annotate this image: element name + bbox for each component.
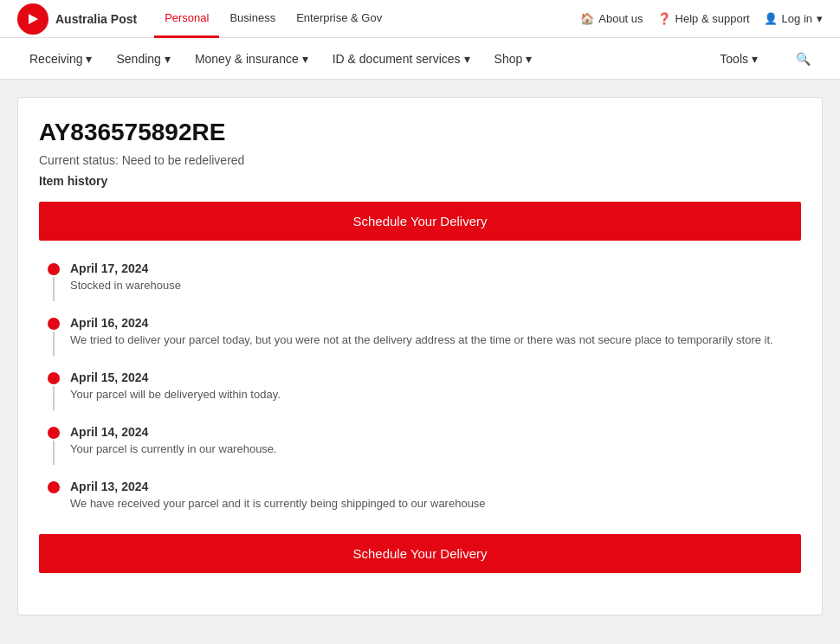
chevron-down-icon: ▾ bbox=[752, 52, 758, 66]
timeline: April 17, 2024 Stocked in warehouse Apri… bbox=[39, 261, 801, 510]
nav-sending[interactable]: Sending ▾ bbox=[104, 38, 182, 80]
chevron-down-icon: ▾ bbox=[302, 52, 308, 66]
timeline-dot-4 bbox=[48, 481, 60, 493]
timeline-date-2: April 15, 2024 bbox=[70, 370, 801, 384]
help-support-link[interactable]: ❓ Help & support bbox=[657, 12, 750, 25]
main-nav: Receiving ▾ Sending ▾ Money & insurance … bbox=[0, 38, 840, 80]
timeline-desc-0: Stocked in warehouse bbox=[70, 279, 801, 292]
chevron-down-icon: ▾ bbox=[526, 52, 532, 66]
timeline-content-0: April 17, 2024 Stocked in warehouse bbox=[70, 261, 801, 292]
shop-label: Shop bbox=[494, 52, 523, 66]
search-button[interactable]: 🔍 bbox=[784, 38, 823, 80]
main-nav-right: Tools ▾ 🔍 bbox=[708, 38, 823, 80]
timeline-content-1: April 16, 2024 We tried to deliver your … bbox=[70, 316, 801, 346]
money-insurance-label: Money & insurance bbox=[195, 52, 299, 66]
top-bar: Australia Post Personal Business Enterpr… bbox=[0, 0, 840, 38]
current-status-value: Need to be redelivered bbox=[122, 153, 245, 167]
item-history-label: Item history bbox=[39, 174, 801, 188]
timeline-date-1: April 16, 2024 bbox=[70, 316, 801, 330]
logo-area: Australia Post bbox=[17, 3, 137, 35]
top-nav-business[interactable]: Business bbox=[219, 0, 286, 38]
timeline-dot-0 bbox=[48, 263, 60, 275]
nav-money-insurance[interactable]: Money & insurance ▾ bbox=[183, 38, 320, 80]
schedule-delivery-btn-bottom[interactable]: Schedule Your Delivery bbox=[39, 534, 801, 573]
nav-id-document[interactable]: ID & document services ▾ bbox=[320, 38, 482, 80]
timeline-item-0: April 17, 2024 Stocked in warehouse bbox=[48, 261, 801, 292]
nav-shop[interactable]: Shop ▾ bbox=[482, 38, 545, 80]
receiving-label: Receiving bbox=[29, 52, 82, 66]
tracking-id: AY836575892RE bbox=[39, 119, 801, 146]
about-us-label: About us bbox=[598, 12, 643, 25]
timeline-date-3: April 14, 2024 bbox=[70, 425, 801, 439]
sending-label: Sending bbox=[116, 52, 160, 66]
timeline-date-0: April 17, 2024 bbox=[70, 261, 801, 275]
about-us-link[interactable]: 🏠 About us bbox=[580, 12, 643, 25]
timeline-dot-2 bbox=[48, 372, 60, 384]
content-area: AY836575892RE Current status: Need to be… bbox=[0, 80, 840, 644]
timeline-dot-3 bbox=[48, 427, 60, 439]
house-icon: 🏠 bbox=[580, 12, 594, 25]
top-bar-left: Australia Post Personal Business Enterpr… bbox=[17, 0, 392, 38]
timeline-desc-1: We tried to deliver your parcel today, b… bbox=[70, 333, 801, 346]
help-support-label: Help & support bbox=[675, 12, 750, 25]
timeline-content-2: April 15, 2024 Your parcel will be deliv… bbox=[70, 370, 801, 401]
tools-label: Tools bbox=[720, 52, 748, 66]
id-document-label: ID & document services bbox=[333, 52, 461, 66]
chevron-down-icon: ▾ bbox=[165, 52, 171, 66]
chevron-down-icon: ▾ bbox=[817, 12, 823, 25]
timeline-desc-2: Your parcel will be deliveryed within to… bbox=[70, 388, 801, 401]
top-nav-enterprise[interactable]: Enterprise & Gov bbox=[286, 0, 392, 38]
timeline-content-4: April 13, 2024 We have received your par… bbox=[70, 480, 801, 510]
main-nav-left: Receiving ▾ Sending ▾ Money & insurance … bbox=[17, 38, 544, 80]
timeline-item-1: April 16, 2024 We tried to deliver your … bbox=[48, 316, 801, 346]
login-link[interactable]: 👤 Log in ▾ bbox=[764, 12, 823, 25]
schedule-delivery-btn-top[interactable]: Schedule Your Delivery bbox=[39, 202, 801, 241]
login-label: Log in bbox=[782, 12, 812, 25]
chevron-down-icon: ▾ bbox=[464, 52, 470, 66]
timeline-desc-4: We have received your parcel and it is c… bbox=[70, 497, 801, 510]
current-status-label: Current status: bbox=[39, 153, 119, 167]
search-icon: 🔍 bbox=[796, 52, 811, 66]
australia-post-logo bbox=[17, 3, 48, 35]
timeline-desc-3: Your parcel is currently in our warehous… bbox=[70, 442, 801, 455]
timeline-dot-1 bbox=[48, 318, 60, 330]
current-status: Current status: Need to be redelivered bbox=[39, 153, 801, 167]
nav-receiving[interactable]: Receiving ▾ bbox=[17, 38, 104, 80]
top-bar-right: 🏠 About us ❓ Help & support 👤 Log in ▾ bbox=[580, 12, 823, 25]
chevron-down-icon: ▾ bbox=[86, 52, 92, 66]
timeline-content-3: April 14, 2024 Your parcel is currently … bbox=[70, 425, 801, 455]
brand-name: Australia Post bbox=[55, 12, 137, 26]
timeline-item-4: April 13, 2024 We have received your par… bbox=[48, 480, 801, 510]
timeline-item-2: April 15, 2024 Your parcel will be deliv… bbox=[48, 370, 801, 401]
nav-tools[interactable]: Tools ▾ bbox=[708, 38, 770, 80]
timeline-date-4: April 13, 2024 bbox=[70, 480, 801, 493]
top-nav-personal[interactable]: Personal bbox=[154, 0, 219, 38]
person-icon: 👤 bbox=[764, 12, 778, 25]
tracking-card: AY836575892RE Current status: Need to be… bbox=[17, 97, 823, 615]
timeline-item-3: April 14, 2024 Your parcel is currently … bbox=[48, 425, 801, 455]
question-icon: ❓ bbox=[657, 12, 671, 25]
